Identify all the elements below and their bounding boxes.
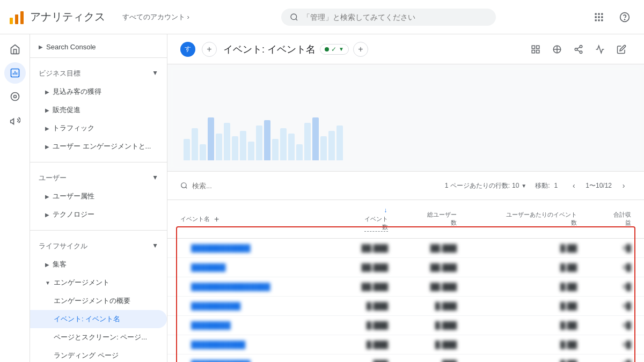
table-row[interactable]: ███████████ █,███ █,███ █.██ ¥█ [167,335,644,354]
search-console-label: Search Console [46,43,96,51]
home-nav-button[interactable] [4,39,26,60]
move-value: 1 [554,182,558,189]
svg-rect-2 [20,11,24,24]
customize-report-button[interactable] [526,40,545,59]
share-button[interactable] [569,40,588,59]
search-console-row[interactable]: ▶ Search Console [30,39,167,55]
explore-icon [10,91,20,102]
user-attributes-label: ユーザー属性 [53,191,94,201]
table-row[interactable]: ███████ ██,███ ██,███ █.██ ¥█ [167,258,644,277]
events-per-user-col-header[interactable]: ユーザーあたりのイベント数 [470,200,590,239]
edit-button[interactable] [612,40,631,59]
acquisition-lc-item[interactable]: ▶ 集客 [30,255,167,274]
business-goals-label: ビジネス目標 [39,69,80,78]
divider-2 [30,162,167,162]
svg-rect-6 [598,13,599,14]
event-count-cell: █,███ [336,316,401,335]
svg-rect-25 [532,50,535,53]
engagement-overview-item[interactable]: エンゲージメントの概要 [30,292,167,310]
user-attributes-item[interactable]: ▶ ユーザー属性 [30,187,167,205]
icon-sidebar [0,34,30,362]
user-attr-arrow-icon: ▶ [45,194,49,200]
advertising-icon [10,115,20,125]
lifecycle-section-header[interactable]: ライフサイクル ▲ [30,237,167,255]
prev-page-button[interactable]: ‹ [566,178,581,193]
user-section-chevron-icon: ▲ [152,174,158,182]
top-nav: アナリティクス すべてのアカウント › [0,0,644,34]
advertising-nav-button[interactable] [4,109,26,131]
business-goals-chevron-icon: ▲ [152,70,158,77]
avatar: す [180,42,195,57]
search-input[interactable] [303,13,464,21]
users-col-header[interactable]: 総ユーザー数 [401,200,470,239]
svg-rect-0 [10,18,13,24]
next-page-button[interactable]: › [616,178,631,193]
event-name-col-label: イベント名 [180,215,210,223]
svg-rect-1 [15,14,18,24]
event-name-cell: ████████████████ [167,277,336,297]
engagement-goal-item[interactable]: ▶ ユーザー エンゲージメントと... [30,137,167,156]
add-tab-icon: + [207,45,211,54]
table-body: ████████████ ██,███ ██,███ █.██ ¥█ █████… [167,239,644,363]
table-row[interactable]: ██████████ █,███ █,███ █.██ ¥█ [167,297,644,316]
svg-point-29 [580,51,582,54]
lifecycle-section-label: ライフサイクル [39,241,87,251]
customize-icon [531,45,540,54]
business-goals-header[interactable]: ビジネス目標 ▲ [30,64,167,83]
event-name-cell: ███████ [167,258,336,277]
svg-line-4 [296,19,298,20]
user-section-label: ユーザー [39,173,67,183]
add-tab-button[interactable]: + [202,42,217,57]
acquisition-label: 見込み客の獲得 [53,87,101,97]
data-table: イベント名 + ↓ イベント数 [167,200,644,362]
share-icon [574,45,583,54]
header-actions [526,40,631,59]
divider-3 [30,230,167,231]
reports-nav-button[interactable] [4,62,26,84]
table-controls: 1 ページあたりの行数: 10 ▼ 移動: 1 ‹ [167,172,644,200]
breadcrumb-text[interactable]: すべてのアカウント › [122,12,189,22]
status-badge[interactable]: ✓ ▼ [320,44,349,55]
per-page-select: 1 ページあたりの行数: 10 ▼ [445,181,527,190]
svg-rect-12 [598,19,599,21]
table-row[interactable]: ████████████ ███ ███ █.██ ¥█ [167,354,644,363]
table-row[interactable]: ████████████████ ██,███ ██,███ █.██ ¥█ [167,277,644,297]
svg-rect-23 [537,46,539,48]
insights-button[interactable] [590,40,610,59]
users-cell: █,███ [401,316,470,335]
explore-nav-button[interactable] [4,86,26,107]
engagement-goal-arrow-icon: ▶ [45,144,49,150]
table-row[interactable]: ████████ █,███ █,███ █.██ ¥█ [167,316,644,335]
technology-item[interactable]: ▶ テクノロジー [30,205,167,224]
event-count-col-header[interactable]: ↓ イベント数 [336,200,401,239]
users-cell: █,███ [401,297,470,316]
next-page-icon: › [623,181,625,190]
revenue-col-header[interactable]: 合計収益 [590,200,644,239]
user-section-header[interactable]: ユーザー ▲ [30,169,167,187]
page-title-area: イベント: イベント名 ✓ ▼ + [223,42,519,57]
event-count-cell: █,███ [336,335,401,354]
sales-item[interactable]: ▶ 販売促進 [30,101,167,119]
event-name-col-header[interactable]: イベント名 + [167,200,336,239]
event-name-nav-item[interactable]: イベント: イベント名 [30,310,167,328]
move-label: 移動: [535,181,550,190]
add-comparison-button[interactable]: + [353,42,368,57]
page-screen-item[interactable]: ページとスクリーン: ページ... [30,328,167,346]
engagement-lc-item[interactable]: ▼ エンゲージメント [30,274,167,292]
traffic-item[interactable]: ▶ トラフィック [30,119,167,137]
event-name-cell: ████████████ [167,354,336,363]
landing-page-item[interactable]: ランディング ページ [30,346,167,362]
table-search-input[interactable] [192,182,282,190]
revenue-cell: ¥█ [590,316,644,335]
event-name-nav-label: イベント: イベント名 [54,314,120,324]
revenue-cell: ¥█ [590,277,644,297]
per-page-dropdown[interactable]: 10 ▼ [512,182,526,189]
acquisition-item[interactable]: ▶ 見込み客の獲得 [30,83,167,101]
compare-button[interactable] [547,40,567,59]
events-per-user-cell: █.██ [470,335,590,354]
table-row[interactable]: ████████████ ██,███ ██,███ █.██ ¥█ [167,239,644,258]
add-column-button[interactable]: + [212,215,221,224]
grid-icon-button[interactable] [588,6,610,28]
lifecycle-chevron-icon: ▲ [152,242,158,250]
help-icon-button[interactable] [614,6,635,28]
